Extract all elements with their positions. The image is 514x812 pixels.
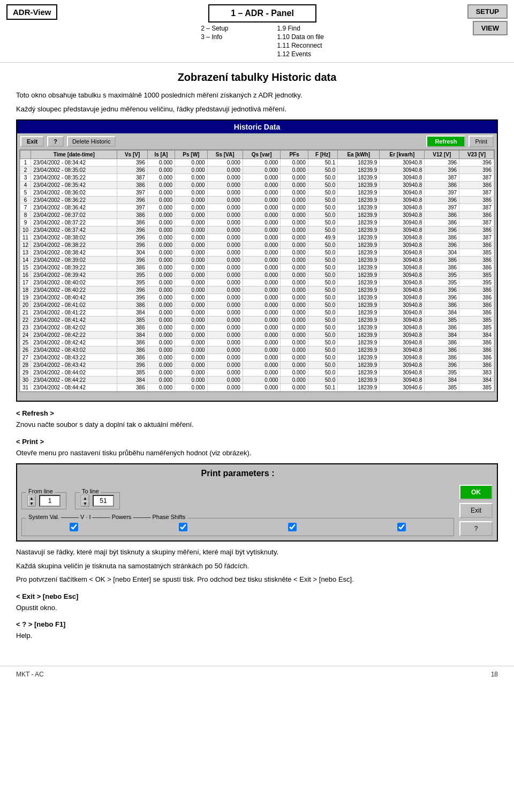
print-buttons: OK Exit ?	[459, 469, 493, 536]
table-cell-5-2: 396	[117, 197, 147, 204]
table-cell-15-7: 0.000	[281, 272, 308, 279]
table-cell-30-0: 31	[20, 384, 31, 392]
refresh-desc: Znovu načte soubor s daty a doplní tak o…	[16, 419, 498, 430]
table-cell-1-4: 0.000	[175, 167, 208, 174]
table-cell-5-10: 30940.8	[380, 197, 425, 204]
table-cell-28-5: 0.000	[207, 369, 243, 377]
table-cell-29-3: 0.000	[147, 377, 175, 384]
table-cell-26-9: 18239.9	[338, 354, 380, 362]
table-cell-21-11: 385	[425, 317, 459, 324]
ok-button[interactable]: OK	[459, 485, 493, 500]
from-line-down[interactable]: ▼	[28, 501, 35, 506]
horizontal-scrollbar[interactable]	[19, 394, 495, 401]
table-cell-17-1: 23/04/2002 - 08:40:22	[31, 287, 117, 294]
table-cell-2-8: 50.0	[308, 174, 338, 182]
phase-shifts-checkbox[interactable]	[397, 523, 406, 531]
setup-button[interactable]: SETUP	[467, 4, 508, 19]
table-cell-17-6: 0.000	[243, 287, 281, 294]
table-cell-30-8: 50.1	[308, 384, 338, 392]
table-cell-11-11: 396	[425, 242, 459, 249]
system-val-checkbox-item	[70, 523, 78, 531]
table-cell-9-4: 0.000	[175, 227, 208, 234]
table-cell-2-1: 23/04/2002 - 08:35:22	[31, 174, 117, 182]
table-cell-15-3: 0.000	[147, 272, 175, 279]
table-cell-23-4: 0.000	[175, 332, 208, 339]
table-cell-11-4: 0.000	[175, 242, 208, 249]
from-line-up[interactable]: ▲	[28, 495, 35, 501]
table-cell-17-3: 0.000	[147, 287, 175, 294]
table-cell-19-7: 0.000	[281, 302, 308, 309]
to-line-input[interactable]	[93, 495, 114, 507]
to-line-group: To line ▲ ▼	[75, 492, 120, 509]
table-cell-22-7: 0.000	[281, 324, 308, 332]
table-cell-14-0: 15	[20, 264, 31, 272]
to-line-down[interactable]: ▼	[81, 501, 89, 506]
table-cell-15-9: 18239.9	[338, 272, 380, 279]
to-line-up[interactable]: ▲	[81, 495, 89, 501]
table-cell-8-2: 386	[117, 219, 147, 227]
table-cell-11-1: 23/04/2002 - 08:38:22	[31, 242, 117, 249]
from-line-input[interactable]	[39, 495, 61, 507]
table-cell-25-9: 18239.9	[338, 347, 380, 354]
powers-checkbox[interactable]	[288, 523, 297, 531]
table-cell-28-10: 30940.8	[380, 369, 425, 377]
table-cell-9-5: 0.000	[207, 227, 243, 234]
table-cell-6-10: 30940.8	[380, 204, 425, 212]
table-cell-20-0: 21	[20, 309, 31, 317]
print-exit-button[interactable]: Exit	[459, 503, 493, 518]
table-cell-23-8: 50.0	[308, 332, 338, 339]
table-cell-23-6: 0.000	[243, 332, 281, 339]
table-cell-16-6: 0.000	[243, 279, 281, 287]
col-header-4: Ps [W]	[175, 151, 208, 159]
table-cell-12-9: 18239.9	[338, 249, 380, 257]
delete-historic-button[interactable]: Delete Historic	[67, 136, 116, 147]
table-cell-10-5: 0.000	[207, 234, 243, 242]
view-button[interactable]: VIEW	[473, 21, 508, 35]
from-line-spinner[interactable]: ▲ ▼	[27, 495, 36, 507]
table-cell-12-6: 0.000	[243, 249, 281, 257]
table-cell-22-9: 18239.9	[338, 324, 380, 332]
table-cell-18-1: 23/04/2002 - 08:40:42	[31, 294, 117, 302]
table-cell-19-12: 386	[459, 302, 494, 309]
table-cell-24-12: 386	[459, 339, 494, 347]
table-cell-16-7: 0.000	[281, 279, 308, 287]
exit-button[interactable]: Exit	[20, 136, 44, 147]
vi-checkbox[interactable]	[179, 523, 187, 531]
table-row: 423/04/2002 - 08:35:423860.0000.0000.000…	[20, 182, 494, 189]
table-cell-28-11: 395	[425, 369, 459, 377]
table-row: 2323/04/2002 - 08:42:023860.0000.0000.00…	[20, 324, 494, 332]
table-cell-7-5: 0.000	[207, 212, 243, 219]
data-table-container: Time [date-time]Vs [V]Is [A]Ps [W]Ss [VA…	[19, 149, 495, 392]
table-cell-6-0: 7	[20, 204, 31, 212]
print-help-button[interactable]: ?	[459, 521, 493, 536]
table-cell-12-10: 30940.8	[380, 249, 425, 257]
sub-reconnect: 1.11 Reconnect	[277, 42, 324, 49]
table-cell-0-0: 1	[20, 159, 31, 167]
table-cell-30-11: 385	[425, 384, 459, 392]
table-cell-0-7: 0.000	[281, 159, 308, 167]
table-cell-28-7: 0.000	[281, 369, 308, 377]
table-cell-3-10: 30940.8	[380, 182, 425, 189]
table-cell-27-8: 50.0	[308, 362, 338, 369]
table-cell-26-8: 50.0	[308, 354, 338, 362]
table-cell-24-2: 386	[117, 339, 147, 347]
table-cell-21-0: 22	[20, 317, 31, 324]
table-cell-27-5: 0.000	[207, 362, 243, 369]
to-line-spinner[interactable]: ▲ ▼	[81, 495, 89, 507]
table-cell-21-5: 0.000	[207, 317, 243, 324]
table-cell-13-9: 18239.9	[338, 257, 380, 264]
print-button[interactable]: Print	[468, 136, 494, 147]
table-cell-8-10: 30940.8	[380, 219, 425, 227]
refresh-button[interactable]: Refresh	[426, 136, 465, 147]
table-cell-9-9: 18239.9	[338, 227, 380, 234]
table-row: 2823/04/2002 - 08:43:423960.0000.0000.00…	[20, 362, 494, 369]
system-val-checkbox[interactable]	[70, 523, 78, 531]
table-cell-12-0: 13	[20, 249, 31, 257]
table-cell-28-0: 29	[20, 369, 31, 377]
help-button[interactable]: ?	[47, 136, 64, 147]
table-row: 723/04/2002 - 08:36:423970.0000.0000.000…	[20, 204, 494, 212]
table-cell-24-6: 0.000	[243, 339, 281, 347]
table-cell-26-10: 30940.8	[380, 354, 425, 362]
table-cell-25-4: 0.000	[175, 347, 208, 354]
col-header-11: V12 [V]	[425, 151, 459, 159]
